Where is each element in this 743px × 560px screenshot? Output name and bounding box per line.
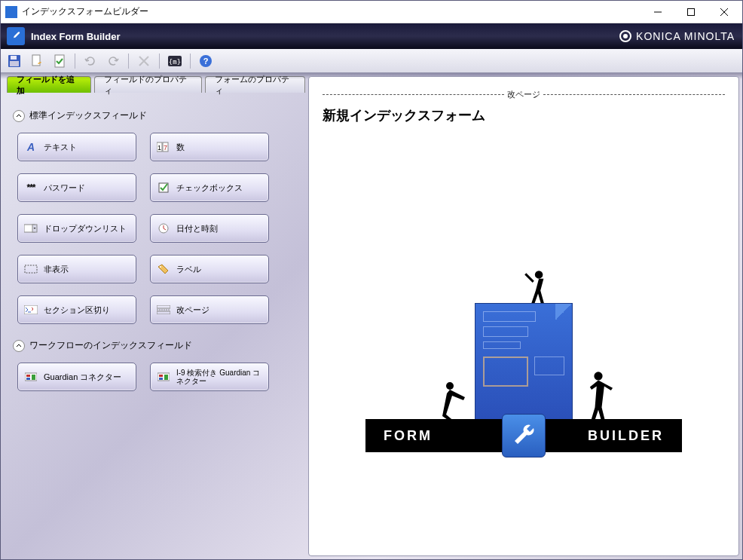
field-button-password[interactable]: *** パスワード	[17, 173, 136, 202]
code-button[interactable]: {m}	[164, 51, 185, 71]
illustration-text-right: BUILDER	[588, 428, 664, 444]
new-button[interactable]	[26, 51, 47, 71]
chevron-up-icon	[16, 113, 22, 119]
guardian-i9-icon	[157, 372, 170, 382]
field-button-label: チェックボックス	[176, 182, 243, 194]
field-button-datetime[interactable]: 日付と時刻	[150, 214, 269, 243]
field-button-dropdown[interactable]: ドロップダウンリスト	[17, 214, 136, 243]
field-button-label: Guardian コネクター	[44, 372, 121, 383]
dropdown-icon	[24, 223, 38, 234]
worker-top-icon	[521, 268, 553, 308]
field-button-number[interactable]: 17 数	[150, 133, 269, 161]
datetime-icon	[157, 223, 170, 234]
section-icon	[24, 304, 38, 315]
field-button-label: セクション区切り	[44, 304, 110, 316]
brand-title: Index Form Builder	[31, 31, 619, 42]
svg-rect-3	[10, 61, 19, 66]
header-logo-icon	[7, 27, 25, 45]
tab-field-properties[interactable]: フィールドのプロパティ	[94, 76, 203, 93]
app-icon	[5, 6, 17, 18]
svg-rect-4	[32, 55, 40, 66]
svg-rect-21	[24, 305, 38, 314]
svg-rect-30	[159, 378, 163, 380]
field-button-pagebreak[interactable]: 改ページ	[150, 295, 269, 324]
code-braces-icon: {m}	[167, 54, 182, 68]
minimize-icon	[654, 8, 662, 16]
toolbar: {m} ?	[1, 49, 742, 73]
field-button-hidden[interactable]: 非表示	[17, 255, 136, 283]
field-button-label: 日付と時刻	[176, 223, 218, 234]
app-window: インデックスフォームビルダー Index Form Builder KONICA…	[0, 0, 743, 560]
field-button-label: テキスト	[44, 142, 77, 153]
checkmark-document-icon	[53, 54, 66, 68]
validate-button[interactable]	[49, 51, 70, 71]
section-title: ワークフローのインデックスフィールド	[29, 339, 192, 352]
pagebreak-icon	[157, 304, 170, 315]
svg-point-33	[446, 382, 454, 390]
maximize-button[interactable]	[674, 2, 708, 23]
field-button-text[interactable]: A テキスト	[17, 133, 136, 161]
field-button-guardian-i9[interactable]: I-9 検索付き Guardian コネクター	[150, 363, 269, 391]
save-button[interactable]	[4, 51, 25, 71]
field-button-checkbox[interactable]: チェックボックス	[150, 173, 269, 202]
svg-rect-31	[164, 375, 168, 380]
password-icon: ***	[24, 182, 38, 193]
dash-line	[543, 94, 725, 95]
tabs-row: フィールドを追加 フィールドのプロパティ フォームのプロパティ	[4, 76, 305, 93]
delete-button[interactable]	[133, 51, 154, 71]
close-icon	[720, 8, 728, 16]
form-builder-illustration: FORM BUILDER	[365, 303, 682, 452]
field-button-label: 改ページ	[176, 304, 209, 316]
svg-point-32	[535, 271, 543, 279]
svg-point-20	[160, 266, 161, 268]
help-button[interactable]: ?	[195, 51, 216, 71]
field-button-label: ラベル	[176, 264, 201, 275]
brand-right: KONICA MINOLTA	[619, 30, 735, 42]
titlebar: インデックスフォームビルダー	[1, 1, 742, 23]
tab-add-field[interactable]: フィールドを追加	[7, 76, 91, 93]
main-body: フィールドを追加 フィールドのプロパティ フォームのプロパティ 標準インデックス…	[1, 73, 742, 559]
collapse-toggle[interactable]	[13, 340, 25, 352]
left-panel: フィールドを追加 フィールドのプロパティ フォームのプロパティ 標準インデックス…	[4, 73, 305, 556]
illustration-bar: FORM BUILDER	[365, 419, 682, 452]
minimize-button[interactable]	[641, 2, 674, 23]
field-button-label: 数	[176, 142, 185, 153]
guardian-icon	[24, 372, 38, 382]
field-button-label: I-9 検索付き Guardian コネクター	[176, 369, 262, 386]
help-icon: ?	[199, 54, 213, 68]
field-button-label[interactable]: ラベル	[150, 255, 269, 283]
svg-rect-5	[55, 55, 64, 67]
close-button[interactable]	[708, 2, 741, 23]
collapse-toggle[interactable]	[13, 110, 25, 122]
konica-minolta-logo-icon	[619, 30, 631, 42]
checkbox-icon	[157, 182, 170, 193]
chevron-up-icon	[16, 343, 22, 349]
preview-panel: 改ページ 新規インデックスフォーム FORM	[308, 76, 739, 556]
new-document-icon	[30, 54, 44, 68]
toolbar-separator	[75, 54, 75, 69]
redo-button[interactable]	[102, 51, 124, 71]
panel-content: 標準インデックスフィールド A テキスト 17 数 *** パスワード	[4, 93, 305, 556]
field-button-section[interactable]: セクション区切り	[17, 295, 136, 324]
workflow-field-grid: Guardian コネクター I-9 検索付き Guardian コネクター	[17, 363, 296, 391]
number-icon: 17	[157, 142, 170, 152]
form-title: 新規インデックスフォーム	[323, 106, 725, 124]
svg-text:{m}: {m}	[169, 58, 181, 66]
undo-button[interactable]	[80, 51, 101, 71]
tab-form-properties[interactable]: フォームのプロパティ	[205, 76, 305, 93]
field-button-label: ドロップダウンリスト	[44, 223, 127, 234]
brand-right-label: KONICA MINOLTA	[636, 30, 735, 42]
section-header-workflow: ワークフローのインデックスフィールド	[13, 339, 296, 352]
svg-text:A: A	[26, 142, 35, 152]
svg-text:1: 1	[157, 144, 161, 151]
window-title: インデックスフォームビルダー	[22, 5, 641, 18]
section-title: 標準インデックスフィールド	[29, 109, 147, 122]
undo-icon	[84, 54, 97, 68]
field-button-guardian[interactable]: Guardian コネクター	[17, 363, 136, 391]
section-header-standard: 標準インデックスフィールド	[13, 109, 296, 122]
svg-rect-29	[159, 375, 163, 377]
svg-text:?: ?	[203, 57, 209, 66]
standard-field-grid: A テキスト 17 数 *** パスワード チェックボックス	[17, 133, 296, 324]
dash-line	[323, 94, 504, 95]
illustration-text-left: FORM	[384, 428, 433, 444]
